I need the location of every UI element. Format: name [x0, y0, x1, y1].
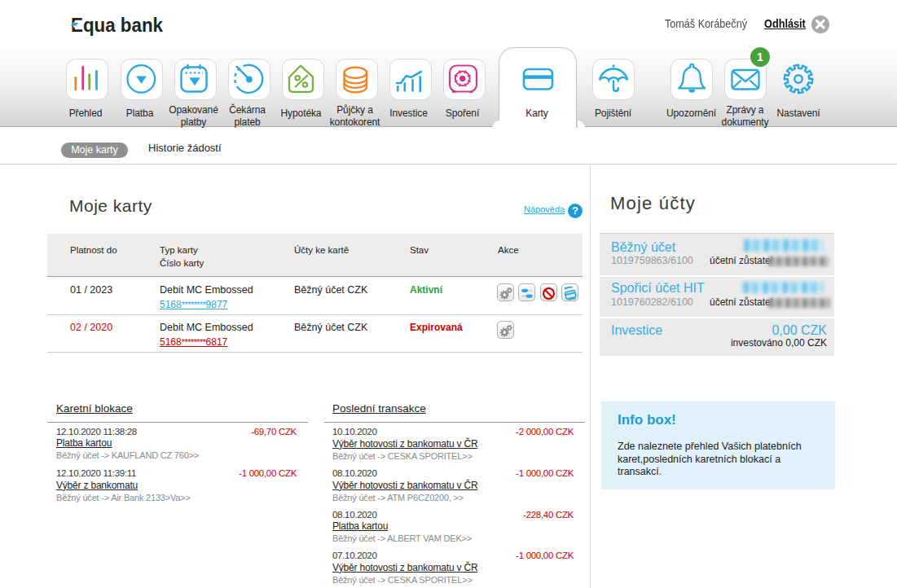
svg-text:Equa bank: Equa bank [71, 14, 164, 36]
